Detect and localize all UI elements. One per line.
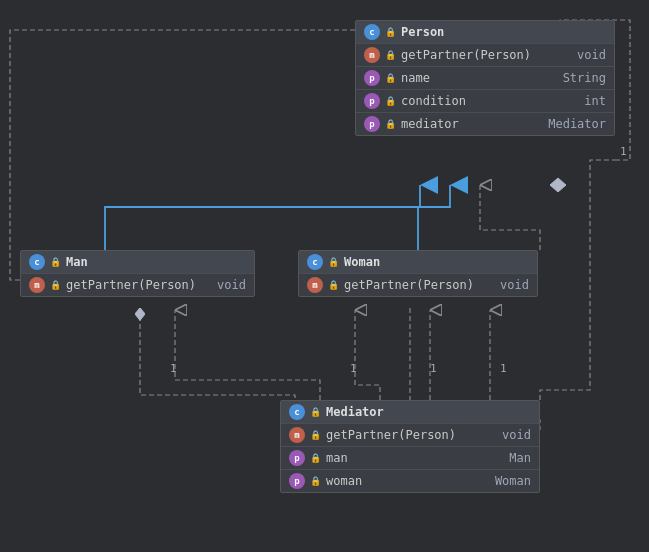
person-lock-icon: 🔒 xyxy=(385,27,396,37)
woman-person-arrow xyxy=(418,185,450,250)
mediator-method-badge: m xyxy=(289,427,305,443)
person-name-lock: 🔒 xyxy=(385,73,396,83)
woman-dashed-up xyxy=(480,185,540,250)
mediator-header-row: c 🔒 Mediator xyxy=(281,401,539,424)
label-1-person: 1 xyxy=(620,145,627,158)
man-class-name: Man xyxy=(66,255,246,269)
man-lock-icon: 🔒 xyxy=(50,257,61,267)
woman-class-box: c 🔒 Woman m 🔒 getPartner(Person) void xyxy=(298,250,538,297)
mediator-woman-lock: 🔒 xyxy=(310,476,321,486)
man-class-box: c 🔒 Man m 🔒 getPartner(Person) void xyxy=(20,250,255,297)
mediator-method-name: getPartner(Person) xyxy=(326,428,487,442)
mediator-woman-row: p 🔒 woman Woman xyxy=(281,470,539,492)
diagram-container: 1 1 1 1 1 c 🔒 Person m xyxy=(0,0,649,552)
person-cond-type: int xyxy=(574,94,606,108)
mediator-man-arrow xyxy=(175,310,320,400)
woman-method-badge: m xyxy=(307,277,323,293)
woman-method-type: void xyxy=(490,278,529,292)
person-name-row: p 🔒 name String xyxy=(356,67,614,90)
man-method-type: void xyxy=(207,278,246,292)
person-class-name: Person xyxy=(401,25,606,39)
mediator-method-row: m 🔒 getPartner(Person) void xyxy=(281,424,539,447)
mediator-man-field: man xyxy=(326,451,494,465)
person-med-field: mediator xyxy=(401,117,533,131)
man-method-name: getPartner(Person) xyxy=(66,278,202,292)
mediator-woman-badge: p xyxy=(289,473,305,489)
label-1-woman-3: 1 xyxy=(500,362,507,375)
person-header-row: c 🔒 Person xyxy=(356,21,614,44)
mediator-woman-arrow1 xyxy=(355,310,380,400)
person-med-type: Mediator xyxy=(538,117,606,131)
woman-lock-icon: 🔒 xyxy=(328,257,339,267)
person-mediator-diamond xyxy=(550,178,566,192)
woman-method-row: m 🔒 getPartner(Person) void xyxy=(299,274,537,296)
mediator-man-badge: p xyxy=(289,450,305,466)
person-method-badge: m xyxy=(364,47,380,63)
man-header-row: c 🔒 Man xyxy=(21,251,254,274)
label-1-man: 1 xyxy=(170,362,177,375)
person-method-row: m 🔒 getPartner(Person) void xyxy=(356,44,614,67)
mediator-class-name: Mediator xyxy=(326,405,531,419)
person-name-field: name xyxy=(401,71,548,85)
mediator-lock-icon: 🔒 xyxy=(310,407,321,417)
woman-class-name: Woman xyxy=(344,255,529,269)
person-method-type: void xyxy=(567,48,606,62)
person-class-box: c 🔒 Person m 🔒 getPartner(Person) void p… xyxy=(355,20,615,136)
man-person-arrow xyxy=(105,185,420,250)
man-mediator-diamond xyxy=(140,308,295,400)
person-cond-field: condition xyxy=(401,94,569,108)
mediator-class-badge: c xyxy=(289,404,305,420)
woman-method-name: getPartner(Person) xyxy=(344,278,485,292)
man-outer-dashed xyxy=(10,30,360,280)
mediator-woman-type: Woman xyxy=(485,474,531,488)
mediator-method-type: void xyxy=(492,428,531,442)
person-name-type: String xyxy=(553,71,606,85)
mediator-woman-field: woman xyxy=(326,474,480,488)
mediator-method-lock: 🔒 xyxy=(310,430,321,440)
person-med-badge: p xyxy=(364,116,380,132)
label-1-woman-2: 1 xyxy=(430,362,437,375)
person-cond-badge: p xyxy=(364,93,380,109)
mediator-class-box: c 🔒 Mediator m 🔒 getPartner(Person) void… xyxy=(280,400,540,493)
person-name-badge: p xyxy=(364,70,380,86)
person-condition-row: p 🔒 condition int xyxy=(356,90,614,113)
mediator-man-lock: 🔒 xyxy=(310,453,321,463)
person-class-badge: c xyxy=(364,24,380,40)
man-method-lock: 🔒 xyxy=(50,280,61,290)
person-med-lock: 🔒 xyxy=(385,119,396,129)
mediator-man-row: p 🔒 man Man xyxy=(281,447,539,470)
man-method-row: m 🔒 getPartner(Person) void xyxy=(21,274,254,296)
person-mediator-row: p 🔒 mediator Mediator xyxy=(356,113,614,135)
person-method-name: getPartner(Person) xyxy=(401,48,562,62)
woman-class-badge: c xyxy=(307,254,323,270)
woman-method-lock: 🔒 xyxy=(328,280,339,290)
mediator-person-dashed xyxy=(540,160,615,400)
mediator-man-type: Man xyxy=(499,451,531,465)
man-class-badge: c xyxy=(29,254,45,270)
woman-header-row: c 🔒 Woman xyxy=(299,251,537,274)
person-cond-lock: 🔒 xyxy=(385,96,396,106)
man-method-badge: m xyxy=(29,277,45,293)
person-method-lock: 🔒 xyxy=(385,50,396,60)
label-1-woman-1: 1 xyxy=(350,362,357,375)
